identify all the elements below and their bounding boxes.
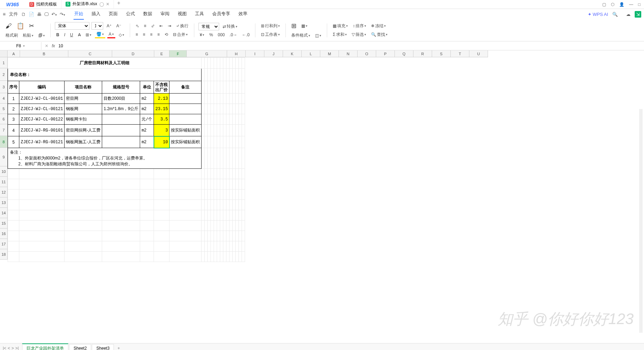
cell[interactable] [202,169,205,179]
cell[interactable] [233,210,236,221]
cell[interactable] [223,104,226,114]
cell[interactable] [102,179,140,189]
cell[interactable] [239,58,242,69]
cell[interactable] [140,221,154,231]
cell[interactable] [102,241,140,252]
new-icon[interactable]: 🗋 [21,12,26,17]
cell[interactable] [208,94,211,104]
row-header-2[interactable]: 2 [0,68,8,81]
wrap-button[interactable]: ⤶ 换行 [175,22,190,30]
cell[interactable] [220,81,223,94]
cell[interactable] [205,231,208,241]
cell[interactable] [233,114,236,125]
cell[interactable] [169,210,202,221]
cell[interactable] [230,241,233,252]
cell[interactable] [8,252,19,262]
cell[interactable] [214,58,217,69]
cell[interactable] [102,125,140,136]
cell[interactable] [242,136,245,148]
cell[interactable] [242,104,245,114]
cell[interactable] [217,81,220,94]
cell[interactable] [211,252,214,262]
col-header-K[interactable]: K [283,50,302,57]
cell[interactable] [140,241,154,252]
cell[interactable] [217,58,220,69]
cell[interactable] [230,179,233,189]
cell[interactable]: 目数2000目 [102,94,140,104]
cell[interactable] [214,114,217,125]
formula-input-area[interactable]: ✕ fx 10 [41,43,644,48]
cell[interactable] [236,94,239,104]
font-size-select[interactable]: 11 [91,22,103,30]
cell[interactable] [230,114,233,125]
cell[interactable]: 单位 [140,81,154,94]
cell[interactable] [223,169,226,179]
cell[interactable]: 3.5 [154,114,169,125]
cell[interactable] [220,241,223,252]
cell[interactable] [217,169,220,179]
cell[interactable] [239,179,242,189]
cell[interactable] [233,125,236,136]
cell[interactable] [214,241,217,252]
cell[interactable] [8,241,19,252]
name-box[interactable]: F8 ▾ [0,42,41,50]
cell[interactable] [217,104,220,114]
cell[interactable]: 项目名称 [65,81,102,94]
dec-inc-button[interactable]: .0→ [228,32,238,38]
cell[interactable] [208,148,211,169]
hamburger-icon[interactable]: ≡ [3,11,6,17]
cell[interactable] [223,200,226,210]
cell[interactable] [226,189,230,200]
col-header-I[interactable]: I [246,50,264,57]
cell[interactable] [205,81,208,94]
cell[interactable] [217,136,220,148]
cell[interactable] [226,169,230,179]
row-header-17[interactable]: 17 [0,239,8,249]
cell[interactable] [217,210,220,221]
cell[interactable] [226,179,230,189]
cell[interactable] [236,221,239,231]
cell[interactable] [211,189,214,200]
find-button[interactable]: 🔍 查找▾ [370,31,389,38]
cell[interactable] [208,200,211,210]
cell[interactable] [205,94,208,104]
cell[interactable] [208,231,211,241]
bold-button[interactable]: B [55,32,61,38]
cell[interactable] [233,136,236,148]
cell[interactable] [211,221,214,231]
cell[interactable] [211,104,214,114]
cell[interactable] [233,200,236,210]
cell[interactable]: m2 [140,104,154,114]
cell[interactable] [211,81,214,94]
row-header-16[interactable]: 16 [0,229,8,239]
file-menu[interactable]: 文件 [9,11,18,17]
cell[interactable] [211,148,214,169]
cell[interactable] [230,136,233,148]
cell[interactable] [223,252,226,262]
cell[interactable] [233,189,236,200]
cell[interactable]: 编码 [19,81,65,94]
cell[interactable] [239,125,242,136]
cell[interactable] [140,179,154,189]
fill-button[interactable]: ▦ 填充▾ [331,22,349,30]
cell[interactable] [205,252,208,262]
cell[interactable] [169,200,202,210]
dec-dec-button[interactable]: ←.0 [241,32,251,38]
cell[interactable] [230,58,233,69]
cell[interactable] [217,200,220,210]
cell[interactable] [239,148,242,169]
cell[interactable] [211,69,214,81]
cell[interactable] [214,221,217,231]
cell[interactable] [236,136,239,148]
cell[interactable] [65,241,102,252]
cell[interactable] [226,241,230,252]
cell[interactable] [8,210,19,221]
cell[interactable] [202,241,205,252]
cell[interactable] [223,94,226,104]
cell[interactable] [202,136,205,148]
indent-inc-button[interactable]: ⇥ [166,23,173,29]
cell[interactable] [233,252,236,262]
row-header-4[interactable]: 4 [0,93,8,104]
row-header-5[interactable]: 5 [0,104,8,114]
font-color-button[interactable]: A▾ [107,31,115,38]
